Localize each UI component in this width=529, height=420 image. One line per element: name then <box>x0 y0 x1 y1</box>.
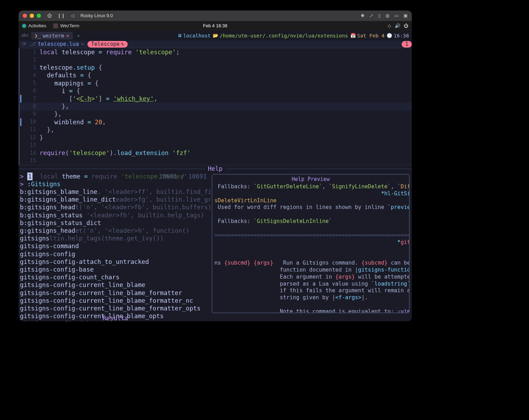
buffer-context: Telescope ✎ <box>87 41 127 48</box>
panel-clock[interactable]: Feb 4 16:38 <box>203 23 227 29</box>
code-line[interactable]: 14require('telescope').load_extension 'f… <box>20 149 412 157</box>
code-line[interactable]: 4 defaults = { <box>20 72 412 79</box>
result-item[interactable]: gitsigns-config-attach_to_untracked <box>20 258 210 266</box>
clock-icon: 🕒 <box>387 33 392 39</box>
code-line[interactable]: 2 <box>20 56 412 64</box>
wezterm-icon <box>53 23 58 28</box>
modified-icon: ✎ <box>81 41 84 48</box>
settings-icon[interactable]: ✺ <box>361 13 365 19</box>
diagnostic-badge: 1 <box>402 41 412 48</box>
code-line[interactable]: 12} <box>20 134 412 141</box>
host-icon: 🖥 <box>177 33 182 39</box>
wezterm-tabbar: abc ❯_ wezterm × + 🖥 localhost 📂 /home/u… <box>19 31 412 41</box>
result-item[interactable]: gitsigns-config-base <box>20 266 210 273</box>
result-item[interactable]: gitsigns-config-current_line_blame <box>20 281 210 289</box>
telescope-prompt[interactable]: > 1 local theme = require 'telescope.the… <box>20 173 210 180</box>
results-label: Results <box>103 314 128 321</box>
result-item[interactable]: gitsigns-config-current_line_blame_forma… <box>20 304 210 312</box>
volume-icon[interactable]: 🔊 <box>395 23 400 29</box>
code-line[interactable]: 1local telescope = require 'telescope'; <box>20 48 412 56</box>
app-menu[interactable]: WezTerm <box>53 23 79 29</box>
telescope-results-pane[interactable]: > 1 local theme = require 'telescope.the… <box>19 173 210 321</box>
telescope-picker: > 1 local theme = require 'telescope.the… <box>19 173 412 321</box>
code-line[interactable]: 15 <box>20 157 412 165</box>
result-item[interactable]: gitsigns-config <box>20 250 210 258</box>
code-line[interactable]: 8 }, <box>20 103 412 110</box>
help-divider: Help <box>19 165 412 173</box>
globe-icon[interactable]: ◍ <box>386 13 389 19</box>
result-item[interactable]: b:gitsigns_status '<leader>fh', builtin.… <box>20 211 210 219</box>
folder-icon[interactable]: ▭ <box>394 13 398 19</box>
code-line[interactable]: 5 mappings = { <box>20 79 412 87</box>
expand-icon[interactable]: ⤢ <box>369 13 373 19</box>
power-icon[interactable]: ⏻ <box>47 13 52 19</box>
code-line[interactable]: 7 ['<C-h>'] = 'which_key', <box>20 95 412 103</box>
folder-path-icon: 📂 <box>213 33 218 39</box>
windows-icon[interactable]: ▣ <box>403 13 408 19</box>
results-count: 10691 / 10691 <box>159 173 207 180</box>
code-line[interactable]: 9 }, <box>20 111 412 118</box>
pause-icon[interactable]: ❙❙ <box>57 13 65 19</box>
result-item[interactable]: gitsignsltin.help_tags(theme.get_ivy()) <box>20 234 210 242</box>
new-tab-button[interactable]: + <box>77 33 80 39</box>
result-item[interactable]: gitsigns-config-count_chars <box>20 273 210 281</box>
code-line[interactable]: 13 <box>20 141 412 149</box>
minimize-window-button[interactable] <box>30 14 34 18</box>
result-item[interactable]: g:gitsigns_headet('n', '<leader>h', func… <box>20 227 210 234</box>
window-title: Rocky Linux 9.0 <box>80 13 113 19</box>
result-item[interactable]: b:gitsigns_headt('n', '<leader>fb', buil… <box>20 204 210 211</box>
ime-indicator: abc <box>21 33 29 38</box>
tab-wezterm[interactable]: ❯_ wezterm × <box>31 32 73 40</box>
power-menu-icon[interactable]: ⏻ <box>404 23 408 29</box>
mac-titlebar: ⏻ ❙❙ ◁ Rocky Linux 9.0 ✺ ⤢ ▯ ◍ ▭ ▣ <box>19 10 412 21</box>
telescope-typed: > :Gitsigns <box>20 180 210 188</box>
zoom-window-button[interactable] <box>37 14 41 18</box>
activities-button[interactable]: Activities <box>22 23 46 29</box>
back-icon[interactable]: ◁ <box>71 13 74 19</box>
app-window: ⏻ ❙❙ ◁ Rocky Linux 9.0 ✺ ⤢ ▯ ◍ ▭ ▣ Activ… <box>19 10 412 321</box>
editor-pane[interactable]: 1local telescope = require 'telescope';2… <box>19 48 412 165</box>
buffer-filename[interactable]: telescope.lua <box>38 41 79 48</box>
preview-content: Fallbacks: `GitGutterDeleteLine`, `Signi… <box>214 183 407 313</box>
result-item[interactable]: b:gitsigns_blame_line, '<leader>ff', bui… <box>20 188 210 196</box>
calendar-icon: 📅 <box>350 33 356 39</box>
status-bar: 🖥 localhost 📂 /home/utm-user/.config/nvi… <box>177 33 409 39</box>
code-line[interactable]: 11 }, <box>20 126 412 134</box>
code-line[interactable]: 6 i = { <box>20 87 412 95</box>
git-branch-icon: ⟳ ⎇ <box>22 41 36 48</box>
drive-icon[interactable]: ▯ <box>378 13 381 19</box>
result-item[interactable]: gitsigns-config-current_line_blame_forma… <box>20 297 210 304</box>
gnome-top-panel: Activities WezTerm Feb 4 16:38 ◇ 🔊 ⏻ <box>19 21 412 31</box>
result-item[interactable]: gitsigns-config-current_line_blame_forma… <box>20 289 210 297</box>
preview-title: Help Preview <box>214 176 407 183</box>
result-item[interactable]: b:gitsigns_status_dict <box>20 219 210 227</box>
buffer-winbar: ⟳ ⎇ telescope.lua ✎ Telescope ✎ 1 <box>19 41 412 48</box>
result-item[interactable]: gitsigns-command <box>20 243 210 250</box>
code-line[interactable]: 10 winblend = 20, <box>20 118 412 126</box>
result-item[interactable]: b:gitsigns_blame_line_dicteader>fg', bui… <box>20 196 210 203</box>
activities-icon <box>22 24 26 28</box>
code-line[interactable]: 3telescope.setup { <box>20 64 412 71</box>
telescope-preview-pane[interactable]: Help Preview Fallbacks: `GitGutterDelete… <box>210 173 412 321</box>
close-window-button[interactable] <box>23 14 27 18</box>
tab-close-icon[interactable]: × <box>66 33 69 39</box>
network-icon[interactable]: ◇ <box>388 23 391 29</box>
